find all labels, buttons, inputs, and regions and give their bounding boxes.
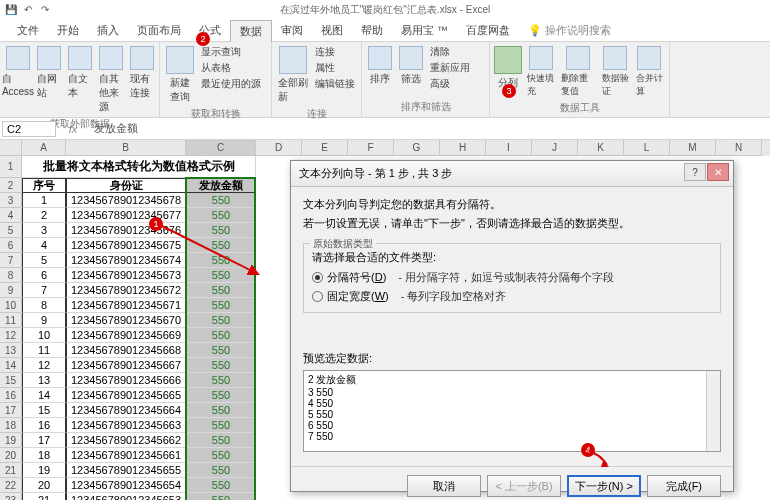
cell[interactable]: 550 <box>186 268 256 283</box>
cell[interactable]: 550 <box>186 328 256 343</box>
col-header[interactable]: A <box>22 140 66 156</box>
row-header[interactable]: 21 <box>0 463 22 478</box>
cell[interactable]: 550 <box>186 283 256 298</box>
cell[interactable]: 550 <box>186 463 256 478</box>
cell[interactable]: 11 <box>22 343 66 358</box>
btn-access[interactable]: 自 Access <box>4 44 32 99</box>
cell[interactable]: 2 <box>22 208 66 223</box>
tell-me[interactable]: 💡 操作说明搜索 <box>519 20 620 41</box>
cell[interactable]: 123456789012345672 <box>66 283 186 298</box>
cell[interactable]: 1 <box>22 193 66 208</box>
col-header[interactable]: H <box>440 140 486 156</box>
row-header[interactable]: 6 <box>0 238 22 253</box>
cell[interactable]: 123456789012345668 <box>66 343 186 358</box>
cell[interactable]: 4 <box>22 238 66 253</box>
row-header[interactable]: 5 <box>0 223 22 238</box>
tab-review[interactable]: 审阅 <box>272 20 312 41</box>
next-button[interactable]: 下一步(N) > <box>567 475 641 497</box>
btn-yanzheng[interactable]: 数据验证 <box>600 44 631 100</box>
title-cell[interactable]: 批量将文本格式转化为数值格式示例 <box>22 156 256 178</box>
cell[interactable]: 550 <box>186 448 256 463</box>
row-header[interactable]: 12 <box>0 328 22 343</box>
btn-newquery[interactable]: 新建 查询 <box>164 44 196 106</box>
help-icon[interactable]: ? <box>684 163 706 181</box>
cell[interactable]: 123456789012345670 <box>66 313 186 328</box>
col-header[interactable]: J <box>532 140 578 156</box>
row-header[interactable]: 13 <box>0 343 22 358</box>
col-header[interactable]: K <box>578 140 624 156</box>
cell[interactable]: 550 <box>186 478 256 493</box>
cell[interactable]: 123456789012345661 <box>66 448 186 463</box>
dialog-titlebar[interactable]: 文本分列向导 - 第 1 步 , 共 3 步 ?✕ <box>291 161 733 187</box>
tab-insert[interactable]: 插入 <box>88 20 128 41</box>
btn-text[interactable]: 自文本 <box>66 44 94 102</box>
cell[interactable]: 5 <box>22 253 66 268</box>
cell[interactable]: 550 <box>186 358 256 373</box>
tab-help[interactable]: 帮助 <box>352 20 392 41</box>
cell[interactable]: 6 <box>22 268 66 283</box>
row-header[interactable]: 16 <box>0 388 22 403</box>
cell[interactable]: 123456789012345678 <box>66 193 186 208</box>
tab-file[interactable]: 文件 <box>8 20 48 41</box>
col-header[interactable]: L <box>624 140 670 156</box>
cell[interactable]: 550 <box>186 193 256 208</box>
scrollbar[interactable] <box>706 371 720 451</box>
col-header[interactable]: B <box>66 140 186 156</box>
btn-other[interactable]: 自其他来源 <box>97 44 125 116</box>
radio-fixed[interactable]: 固定宽度(W) - 每列字段加空格对齐 <box>312 287 712 306</box>
cell[interactable]: 123456789012345677 <box>66 208 186 223</box>
row-header[interactable]: 17 <box>0 403 22 418</box>
row-header[interactable]: 2 <box>0 178 22 193</box>
cell[interactable]: 19 <box>22 463 66 478</box>
cell[interactable]: 123456789012345676 <box>66 223 186 238</box>
save-icon[interactable]: 💾 <box>4 2 18 16</box>
tab-layout[interactable]: 页面布局 <box>128 20 190 41</box>
cell[interactable]: 发放金额 <box>186 178 256 193</box>
col-header[interactable]: F <box>348 140 394 156</box>
cell[interactable]: 550 <box>186 388 256 403</box>
close-icon[interactable]: ✕ <box>707 163 729 181</box>
row-header[interactable]: 19 <box>0 433 22 448</box>
col-header[interactable]: I <box>486 140 532 156</box>
cell[interactable]: 550 <box>186 403 256 418</box>
btn-hebing[interactable]: 合并计算 <box>634 44 665 100</box>
row-header[interactable]: 18 <box>0 418 22 433</box>
col-header[interactable]: M <box>670 140 716 156</box>
cell[interactable]: 550 <box>186 433 256 448</box>
cell[interactable]: 16 <box>22 418 66 433</box>
btn-sort[interactable]: 排序 <box>366 44 394 88</box>
col-header[interactable]: C <box>186 140 256 156</box>
col-header[interactable]: D <box>256 140 302 156</box>
cell[interactable]: 123456789012345664 <box>66 403 186 418</box>
cell[interactable]: 12 <box>22 358 66 373</box>
btn-kuaisu[interactable]: 快速填充 <box>525 44 556 100</box>
formula-input[interactable]: 发放金额 <box>90 120 770 137</box>
btn-recent[interactable]: 最近使用的源 <box>199 76 263 92</box>
cell[interactable]: 550 <box>186 253 256 268</box>
undo-icon[interactable]: ↶ <box>21 2 35 16</box>
row-header[interactable]: 20 <box>0 448 22 463</box>
cell[interactable]: 14 <box>22 388 66 403</box>
row-header[interactable]: 3 <box>0 193 22 208</box>
select-all-corner[interactable] <box>0 140 22 156</box>
col-header[interactable]: G <box>394 140 440 156</box>
btn-shanchu[interactable]: 删除重复值 <box>559 44 597 100</box>
row-header[interactable]: 14 <box>0 358 22 373</box>
cell[interactable]: 123456789012345669 <box>66 328 186 343</box>
cell[interactable]: 123456789012345654 <box>66 478 186 493</box>
row-header[interactable]: 15 <box>0 373 22 388</box>
cell[interactable]: 550 <box>186 313 256 328</box>
cell[interactable]: 9 <box>22 313 66 328</box>
name-box[interactable]: C2 <box>2 121 56 137</box>
cell[interactable]: 123456789012345665 <box>66 388 186 403</box>
cell[interactable]: 123456789012345675 <box>66 238 186 253</box>
cell[interactable]: 18 <box>22 448 66 463</box>
col-header[interactable]: E <box>302 140 348 156</box>
btn-showquery[interactable]: 显示查询 <box>199 44 263 60</box>
cell[interactable]: 550 <box>186 208 256 223</box>
cell[interactable]: 13 <box>22 373 66 388</box>
cell[interactable]: 20 <box>22 478 66 493</box>
cell[interactable]: 7 <box>22 283 66 298</box>
tab-view[interactable]: 视图 <box>312 20 352 41</box>
row-header[interactable]: 8 <box>0 268 22 283</box>
